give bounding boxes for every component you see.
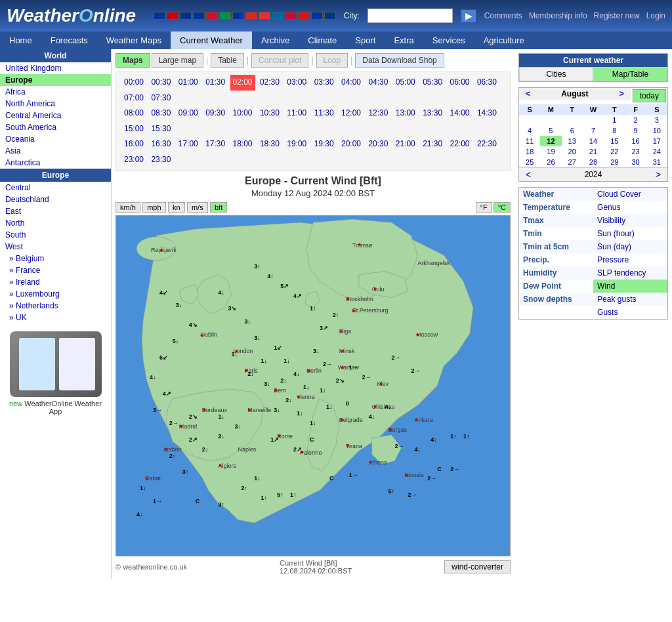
weather-value[interactable]: Genus — [593, 201, 667, 214]
cal-day[interactable]: 28 — [583, 157, 604, 167]
time-1500[interactable]: 15:00 — [121, 121, 146, 137]
today-button[interactable]: today — [633, 89, 666, 102]
flag-uk[interactable] — [232, 12, 244, 20]
cal-day[interactable]: 1 — [604, 115, 625, 125]
tab-table[interactable]: Table — [211, 53, 244, 68]
time-0430[interactable]: 04:30 — [366, 75, 390, 91]
tab-large-map[interactable]: Large map — [152, 53, 203, 68]
cal-day[interactable]: 20 — [562, 146, 583, 157]
cal-day[interactable]: 13 — [562, 136, 583, 146]
time-0530[interactable]: 05:30 — [420, 75, 445, 91]
cal-day[interactable]: 7 — [583, 125, 604, 136]
sidebar-uk[interactable]: » UK — [0, 312, 111, 323]
time-1700[interactable]: 17:00 — [176, 136, 201, 152]
sidebar-france[interactable]: » France — [0, 264, 111, 276]
nav-weather-maps[interactable]: Weather Maps — [97, 31, 171, 49]
cw-tab-maptable[interactable]: Map/Table — [593, 67, 667, 81]
time-1430[interactable]: 14:30 — [474, 106, 499, 121]
wind-converter-button[interactable]: wind-converter — [444, 560, 511, 573]
time-0100[interactable]: 01:00 — [176, 75, 201, 91]
sidebar-asia[interactable]: Asia — [0, 145, 111, 157]
weather-value[interactable]: Peak gusts — [593, 293, 667, 306]
cal-day[interactable]: 15 — [604, 136, 625, 146]
nav-climate[interactable]: Climate — [299, 31, 346, 49]
temp-c[interactable]: °C — [494, 202, 511, 213]
sidebar-united-kingdom[interactable]: United Kingdom — [0, 62, 111, 74]
cal-day[interactable]: 25 — [519, 157, 540, 167]
weather-value[interactable]: Sun (hour) — [593, 227, 667, 240]
flag-ch[interactable] — [245, 12, 257, 20]
cal-prev[interactable]: < — [522, 89, 534, 98]
time-0330[interactable]: 03:30 — [312, 75, 337, 91]
time-0730[interactable]: 07:30 — [148, 91, 173, 106]
nav-home[interactable]: Home — [0, 31, 41, 49]
cal-day[interactable]: 11 — [519, 136, 540, 146]
cal-day[interactable]: 6 — [562, 125, 583, 136]
tab-contour[interactable]: Contour plot — [251, 53, 308, 68]
time-1130[interactable]: 11:30 — [312, 106, 337, 121]
cal-day[interactable]: 4 — [519, 125, 540, 136]
cal-day[interactable]: 10 — [646, 125, 667, 136]
weather-value[interactable]: Visibility — [593, 214, 667, 227]
flag-nl[interactable] — [193, 12, 205, 20]
time-2030[interactable]: 20:30 — [366, 136, 390, 152]
sidebar-africa[interactable]: Africa — [0, 86, 111, 98]
weather-value[interactable]: Pressure — [593, 253, 667, 266]
cal-day[interactable]: 31 — [646, 157, 667, 167]
time-2130[interactable]: 21:30 — [420, 136, 445, 152]
tab-maps[interactable]: Maps — [116, 53, 150, 68]
city-go-button[interactable]: ▶ — [461, 9, 476, 23]
cal-day[interactable]: 18 — [519, 146, 540, 157]
time-1800[interactable]: 18:00 — [230, 136, 255, 152]
cal-day[interactable]: 27 — [562, 157, 583, 167]
register-link[interactable]: Register new — [594, 11, 640, 20]
nav-current-weather[interactable]: Current Weather — [171, 31, 252, 49]
sidebar-south[interactable]: South — [0, 229, 111, 241]
time-1530[interactable]: 15:30 — [148, 121, 173, 137]
weather-value[interactable]: Sun (day) — [593, 240, 667, 253]
flag-fr[interactable] — [180, 12, 192, 20]
time-1730[interactable]: 17:30 — [203, 136, 228, 152]
sidebar-central-america[interactable]: Central America — [0, 110, 111, 121]
cal-day[interactable]: 30 — [625, 157, 646, 167]
cw-tab-cities[interactable]: Cities — [519, 67, 593, 81]
sidebar-belgium[interactable]: » Belgium — [0, 253, 111, 264]
cal-day[interactable]: 23 — [625, 146, 646, 157]
time-0930[interactable]: 09:30 — [203, 106, 228, 121]
flag-es[interactable] — [206, 12, 218, 20]
time-1630[interactable]: 16:30 — [148, 136, 173, 152]
flag-eu[interactable] — [154, 12, 165, 20]
sidebar-deutschland[interactable]: Deutschland — [0, 194, 111, 205]
sidebar-west[interactable]: West — [0, 241, 111, 253]
time-2230[interactable]: 22:30 — [474, 136, 499, 152]
cal-day[interactable]: 29 — [604, 157, 625, 167]
time-0230[interactable]: 02:30 — [257, 75, 282, 91]
sidebar-luxembourg[interactable]: » Luxembourg — [0, 288, 111, 300]
time-1600[interactable]: 16:00 — [121, 136, 146, 152]
time-1330[interactable]: 13:30 — [420, 106, 445, 121]
cal-next[interactable]: > — [616, 89, 628, 98]
cal-day[interactable]: 2 — [625, 115, 646, 125]
time-0200[interactable]: 02:00 — [230, 75, 255, 91]
cal-day[interactable]: 21 — [583, 146, 604, 157]
time-0300[interactable]: 03:00 — [284, 75, 309, 91]
sidebar-south-america[interactable]: South America — [0, 121, 111, 133]
sidebar-oceania[interactable]: Oceania — [0, 133, 111, 145]
flag-se[interactable] — [272, 12, 284, 20]
time-0030[interactable]: 00:30 — [148, 75, 173, 91]
cal-day[interactable]: 22 — [604, 146, 625, 157]
membership-link[interactable]: Membership info — [529, 11, 587, 20]
temp-f[interactable]: °F — [476, 202, 492, 213]
weather-value[interactable]: SLP tendency — [593, 266, 667, 280]
time-0400[interactable]: 04:00 — [339, 75, 364, 91]
time-0830[interactable]: 08:30 — [148, 106, 173, 121]
time-2000[interactable]: 20:00 — [339, 136, 364, 152]
time-2100[interactable]: 21:00 — [393, 136, 418, 152]
nav-services[interactable]: Services — [423, 31, 474, 49]
time-1000[interactable]: 10:00 — [230, 106, 255, 121]
cal-day[interactable]: 3 — [646, 115, 667, 125]
sidebar-north-america[interactable]: North America — [0, 98, 111, 110]
tab-loop[interactable]: Loop — [316, 53, 348, 68]
nav-archive[interactable]: Archive — [252, 31, 299, 49]
flag-pl[interactable] — [285, 12, 297, 20]
